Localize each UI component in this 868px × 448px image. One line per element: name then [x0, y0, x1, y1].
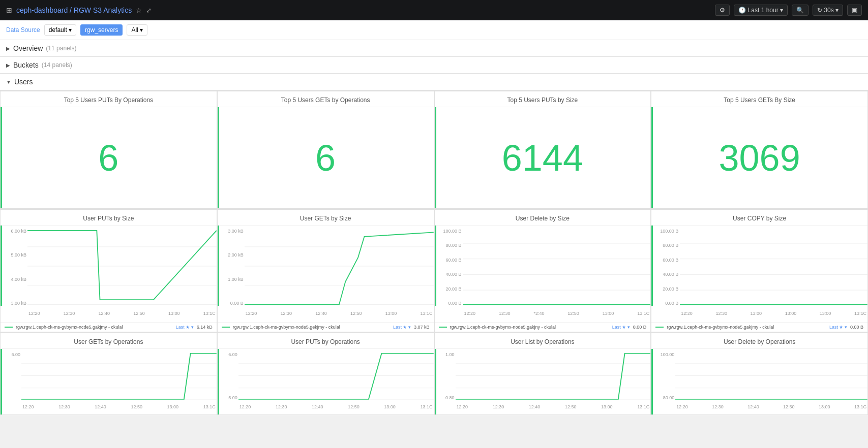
- overview-title: Overview: [13, 44, 43, 52]
- buckets-chevron: ▶: [6, 62, 10, 68]
- panel-puts-operations: Top 5 Users PUTs By Operations 6: [1, 91, 217, 208]
- panel-puts-size: Top 5 Users PUTs by Size 6144: [435, 91, 651, 208]
- gets-size-legend-text: rgw.rgw.1.ceph-ck-ms-gvbymx-node5.gekjmy…: [233, 325, 340, 330]
- y-axis-gets-size: 3.00 kB 2.00 kB 1.00 kB 0.00 B: [219, 228, 245, 306]
- chart-delete-size-svg: [463, 228, 651, 306]
- x-axis-delete-size: 12:20 12:30 *2:40 12:50 13:00 13:1C: [463, 307, 651, 320]
- x-axis-gets-ops: 12:20 12:30 12:40 12:50 13:00 13:1C: [21, 401, 217, 412]
- chart-puts-size: User PUTs by Size 6.00 kB 5.00 kB 4.00 k…: [1, 210, 217, 332]
- zoom-button[interactable]: 🔍: [792, 5, 809, 16]
- chart-puts-size-legend: rgw.rgw.1.ceph-ck-ms-gvbymx-ncde5.gakjmy…: [1, 322, 217, 332]
- panel-gets-operations-title: Top 5 Users GETs by Operations: [218, 91, 434, 107]
- chart-gets-operations-body: 6.00 12:20 12:30 12:40 12:: [1, 349, 217, 414]
- topbar: ⊞ ceph-dashboard / RGW S3 Analytics ☆ ⤢ …: [0, 0, 868, 20]
- chart-gets-size-legend: rgw.rgw.1.ceph-ck-ms-gvbymx-node5.gekjmy…: [218, 322, 434, 332]
- x-axis-copy-size: 12:20 12:30 13:00 13:00 13:00 13:1C: [680, 307, 867, 320]
- users-chevron: ▼: [6, 79, 11, 85]
- copy-size-legend-value: 0.00 B: [850, 325, 863, 330]
- chart-copy-size-legend: rgw.rgw.1.ceph-ck-ms-gvbymx-node5.gakjmy…: [651, 322, 867, 332]
- panel-puts-size-body: 6144: [435, 107, 651, 208]
- chart-puts-size-title: User PUTs by Size: [1, 210, 217, 226]
- chart-gets-operations-title: User GETs by Operations: [1, 333, 217, 349]
- share-icon[interactable]: ⤢: [146, 7, 152, 14]
- puts-size-legend-last: Last ★ ▾: [176, 325, 194, 330]
- delete-size-legend-value: 0.00 D: [633, 325, 647, 330]
- x-axis-puts-ops: 12:20 12:30 12:40 12:50 13:00 13:1C: [238, 401, 434, 412]
- panel-gets-size-title: Top 5 Users GETs By Size: [651, 91, 867, 107]
- sections: ▶ Overview (11 panels) ▶ Buckets (14 pan…: [0, 40, 868, 415]
- chart-delete-operations: User Delete by Operations 100.00 80.00: [651, 333, 867, 414]
- puts-size-legend-value: 6.14 kD: [197, 325, 213, 330]
- chart-gets-size-title: User GETs by Size: [218, 210, 434, 226]
- kiosk-button[interactable]: ▣: [847, 5, 862, 16]
- chart-gets-ops-svg: [21, 351, 217, 400]
- delete-size-legend-line: [439, 327, 447, 328]
- chart-copy-size-title: User COPY by Size: [651, 210, 867, 226]
- panel-puts-operations-body: 6: [1, 107, 217, 208]
- topbar-title: ceph-dashboard / RGW S3 Analytics: [16, 6, 132, 14]
- gets-size-legend-last: Last ★ ▾: [393, 325, 411, 330]
- topbar-breadcrumb-link[interactable]: ceph-dashboard / RGW S3 Analytics: [16, 6, 132, 14]
- chart-panels-grid: User PUTs by Size 6.00 kB 5.00 kB 4.00 k…: [0, 209, 868, 332]
- copy-size-legend-line: [655, 327, 664, 328]
- puts-operations-value: 6: [98, 140, 118, 176]
- y-axis-gets-ops: 6.00: [2, 351, 21, 400]
- chart-copy-size-body: 100.00 B 80.00 B 60.00 B 40.00 B 20.00 B…: [651, 226, 867, 322]
- overview-count: (11 panels): [46, 45, 76, 52]
- chart-puts-operations-body: 6.00 5.00 12:20 12:30 12:40: [218, 349, 434, 414]
- chart-puts-size-svg-container: [27, 228, 217, 306]
- users-title: Users: [14, 78, 33, 86]
- chart-delete-size-body: 100.00 B 80.00 B 60.00 B 40.00 B 20.00 B…: [435, 226, 651, 322]
- chart-copy-size-svg: [680, 228, 867, 306]
- y-axis-delete-size: 100.00 B 80.00 B 60.00 B 40.00 B 20.00 B…: [436, 228, 463, 306]
- time-range-button[interactable]: 🕐 ⚙ Last 1 hour ▾: [734, 5, 788, 16]
- settings-button[interactable]: ⚙: [715, 5, 730, 16]
- all-filter-button[interactable]: All ▾: [127, 24, 147, 36]
- puts-size-legend-line: [5, 327, 13, 328]
- chart-puts-size-body: 6.00 kB 5.00 kB 4.00 kB 3.00 kB: [1, 226, 217, 322]
- chart-puts-operations: User PUTs by Operations 6.00 5.00: [218, 333, 434, 414]
- chart-list-operations-body: 1.00 0.80 12:20 12:30 12:40: [435, 349, 651, 414]
- chart-puts-ops-svg: [238, 351, 434, 400]
- gets-operations-value: 6: [315, 140, 336, 176]
- chart-delete-size: User Delete by Size 100.00 B 80.00 B 60.…: [435, 210, 651, 332]
- y-axis-copy-size: 100.00 B 80.00 B 60.00 B 40.00 B 20.00 B…: [653, 228, 679, 306]
- panel-gets-operations-body: 6: [218, 107, 434, 208]
- users-section-header[interactable]: ▼ Users: [0, 74, 868, 90]
- chart-puts-size-svg: [27, 228, 217, 306]
- bottom-panels-grid: User GETs by Operations 6.00: [0, 332, 868, 415]
- y-axis-puts-ops: 6.00 5.00: [219, 351, 238, 400]
- topbar-right: ⚙ 🕐 ⚙ Last 1 hour ▾ 🔍 ↻ 30s ▾ ▣: [715, 5, 862, 16]
- overview-section-header[interactable]: ▶ Overview (11 panels): [0, 40, 868, 57]
- grid-icon: ⊞: [6, 6, 12, 14]
- default-filter-button[interactable]: default ▾: [44, 24, 76, 36]
- panel-gets-size: Top 5 Users GETs By Size 3069: [651, 91, 867, 208]
- filterbar: Data Source default ▾ rgw_servers All ▾: [0, 20, 868, 40]
- y-axis-puts-size: 6.00 kB 5.00 kB 4.00 kB 3.00 kB: [2, 228, 27, 306]
- panel-gets-size-body: 3069: [651, 107, 867, 208]
- panel-puts-size-title: Top 5 Users PUTs by Size: [435, 91, 651, 107]
- data-source-label: Data Source: [6, 26, 40, 34]
- chart-gets-size: User GETs by Size 3.00 kB 2.00 kB 1.00 k…: [218, 210, 434, 332]
- clock-icon: 🕐: [738, 7, 746, 14]
- delete-size-legend-text: rgw.rgw.1.ceph-ck-ms-gvbymx-node5.gakjny…: [450, 325, 556, 330]
- star-icon[interactable]: ☆: [136, 7, 142, 14]
- buckets-section-header[interactable]: ▶ Buckets (14 panels): [0, 57, 868, 74]
- chart-gets-size-svg: [245, 228, 434, 306]
- x-axis-gets-size: 12:20 12:30 12:40 12:50 13:00 13:1C: [245, 307, 434, 320]
- delete-size-legend-last: Last ★ ▾: [612, 325, 630, 330]
- rgw-servers-button[interactable]: rgw_servers: [80, 24, 123, 36]
- puts-size-value: 6144: [502, 140, 583, 176]
- puts-size-legend-text: rgw.rgw.1.ceph-ck-ms-gvbymx-ncde5.gakjmy…: [16, 325, 123, 330]
- chart-delete-size-title: User Delete by Size: [435, 210, 651, 226]
- refresh-button[interactable]: ↻ 30s ▾: [813, 5, 843, 16]
- gets-size-legend-line: [222, 327, 230, 328]
- copy-size-legend-last: Last ★ ▾: [829, 325, 847, 330]
- copy-size-legend-text: rgw.rgw.1.ceph-ck-ms-gvbymx-node5.gakjmy…: [667, 325, 774, 330]
- chart-list-operations-title: User List by Operations: [435, 333, 651, 349]
- chart-copy-size: User COPY by Size 100.00 B 80.00 B 60.00…: [651, 210, 867, 332]
- buckets-count: (14 panels): [42, 61, 72, 69]
- chart-delete-operations-body: 100.00 80.00 12:20 12:30 12:40: [651, 349, 867, 414]
- x-axis-delete-ops: 12:20 12:30 12:40 12:50 13:00 13:1C: [675, 401, 867, 412]
- y-axis-delete-ops: 100.00 80.00: [653, 351, 675, 400]
